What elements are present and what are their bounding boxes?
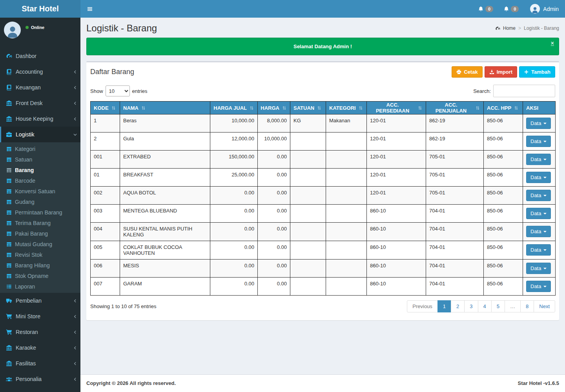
cell-acc-penjualan: 705-01 — [426, 151, 484, 169]
bank-icon — [6, 360, 12, 367]
data-dropdown-button[interactable]: Data — [526, 208, 551, 219]
data-dropdown-button[interactable]: Data — [526, 154, 551, 165]
cell-kode: 005 — [91, 241, 120, 260]
sidebar-item-front-desk[interactable]: Front Desk — [0, 95, 80, 111]
sidebar-item-fasilitas[interactable]: Fasilitas — [0, 356, 80, 371]
column-header-kode[interactable]: KODE — [91, 102, 120, 114]
data-dropdown-button[interactable]: Data — [526, 190, 551, 201]
data-button-label: Data — [530, 229, 541, 234]
page-button-3[interactable]: 3 — [464, 300, 478, 312]
cell-nama: BREAKFAST — [120, 169, 210, 187]
page-button-5[interactable]: 5 — [491, 300, 505, 312]
sidebar-subitem-label: Stok Opname — [15, 273, 49, 279]
sidebar-item-parkir[interactable]: Parkir — [0, 387, 80, 392]
cell-kategori — [326, 187, 367, 205]
tambah-button[interactable]: Tambah — [519, 66, 555, 78]
sidebar-item-accounting[interactable]: Accounting — [0, 64, 80, 80]
sidebar-item-personalia[interactable]: Personalia — [0, 371, 80, 387]
table-row: 007GARAM0.000.00860-10704-01850-06Data — [91, 278, 556, 296]
data-button-label: Data — [530, 120, 541, 126]
chevron-left-icon — [73, 361, 77, 366]
data-dropdown-button[interactable]: Data — [526, 118, 551, 129]
data-dropdown-button[interactable]: Data — [526, 281, 551, 292]
breadcrumb-home[interactable]: Home — [503, 25, 516, 31]
sidebar-item-logistik[interactable]: Logistik — [0, 127, 80, 142]
caret-down-icon — [543, 286, 547, 287]
cell-acc-penjualan: 704-01 — [426, 223, 484, 241]
sidebar-subitem-laporan[interactable]: Laporan — [0, 281, 80, 292]
app-logo[interactable]: Star Hotel — [0, 0, 80, 18]
cell-harga-jual: 25,000.00 — [210, 169, 258, 187]
cell-harga-jual: 10,000.00 — [210, 114, 258, 132]
barang-table: KODENAMAHARGA JUALHARGASATUANKATEGORIACC… — [90, 101, 556, 296]
search-label: Search: — [473, 88, 491, 94]
box-title: Daftar Barang — [90, 68, 134, 76]
page-button-next[interactable]: Next — [534, 300, 555, 312]
page-button-4[interactable]: 4 — [478, 300, 492, 312]
sidebar-item-pembelian[interactable]: Pembelian — [0, 293, 80, 309]
cell-kategori — [326, 151, 367, 169]
notifications-button-1[interactable]: 0 — [473, 0, 498, 18]
sidebar-subitem-pakai-barang[interactable]: Pakai Barang — [0, 228, 80, 239]
column-header-satuan[interactable]: SATUAN — [290, 102, 326, 114]
column-header-acc-persediaan[interactable]: ACC. PERSEDIAAN — [367, 102, 426, 114]
cell-satuan — [290, 205, 326, 223]
data-dropdown-button[interactable]: Data — [526, 226, 551, 237]
cell-nama: GARAM — [120, 278, 210, 296]
sidebar-item-dashbor[interactable]: Dashbor — [0, 48, 80, 64]
data-dropdown-button[interactable]: Data — [526, 136, 551, 147]
alert-close-button[interactable]: × — [551, 40, 554, 46]
column-header-acc-penjualan[interactable]: ACC. PENJUALAN — [426, 102, 484, 114]
cart-icon — [6, 313, 12, 319]
data-dropdown-button[interactable]: Data — [526, 172, 551, 183]
column-header-nama[interactable]: NAMA — [120, 102, 210, 114]
import-icon — [489, 69, 494, 74]
sidebar-subitem-gudang[interactable]: Gudang — [0, 196, 80, 207]
user-panel: Online — [0, 18, 80, 42]
cell-harga: 0.00 — [258, 169, 290, 187]
cell-aksi: Data — [523, 260, 556, 278]
sidebar-subitem-barcode[interactable]: Barcode — [0, 175, 80, 186]
column-header-harga[interactable]: HARGA — [258, 102, 290, 114]
breadcrumb-separator: > — [518, 25, 521, 31]
sidebar-item-mini-store[interactable]: Mini Store — [0, 309, 80, 324]
notifications-button-2[interactable]: 0 — [498, 0, 524, 18]
sidebar-subitem-konversi-satuan[interactable]: Konversi Satuan — [0, 186, 80, 196]
cell-aksi: Data — [523, 278, 556, 296]
sidebar-item-keuangan[interactable]: Keuangan — [0, 80, 80, 95]
sidebar-subitem-mutasi-gudang[interactable]: Mutasi Gudang — [0, 239, 80, 249]
sidebar-subitem-terima-barang[interactable]: Terima Barang — [0, 218, 80, 228]
cell-kategori: Makanan — [326, 114, 367, 132]
table-icon — [6, 273, 12, 279]
sidebar-item-restoran[interactable]: Restoran — [0, 324, 80, 340]
cell-kode: 002 — [91, 187, 120, 205]
sidebar-subitem-revisi-stok[interactable]: Revisi Stok — [0, 249, 80, 260]
import-button[interactable]: Import — [485, 66, 517, 78]
sidebar-subitem-stok-opname[interactable]: Stok Opname — [0, 270, 80, 281]
table-body: 1Beras10,000.008,000.00KGMakanan120-0186… — [91, 114, 556, 296]
column-header-harga-jual[interactable]: HARGA JUAL — [210, 102, 258, 114]
sidebar-item-house-keeping[interactable]: House Keeping — [0, 111, 80, 127]
page-button-1[interactable]: 1 — [437, 300, 451, 312]
page-length-select[interactable]: 10 — [106, 85, 130, 96]
book-icon — [6, 84, 12, 91]
sidebar-subitem-permintaan-barang[interactable]: Permintaan Barang — [0, 207, 80, 218]
data-dropdown-button[interactable]: Data — [526, 244, 551, 256]
column-header-kategori[interactable]: KATEGORI — [326, 102, 367, 114]
cell-aksi: Data — [523, 169, 556, 187]
user-menu-button[interactable]: Admin — [524, 0, 565, 18]
sidebar-item-karaoke[interactable]: Karaoke — [0, 340, 80, 356]
sidebar-toggle-button[interactable] — [80, 0, 99, 18]
column-header-acc-hpp[interactable]: ACC. HPP — [484, 102, 523, 114]
sidebar-subitem-kategori[interactable]: Kategori — [0, 143, 80, 154]
sidebar-subitem-barang-hilang[interactable]: Barang Hilang — [0, 260, 80, 270]
data-dropdown-button[interactable]: Data — [526, 263, 551, 274]
cell-acc-persediaan: 860-10 — [367, 278, 426, 296]
sidebar-subitem-barang[interactable]: Barang — [0, 165, 80, 175]
sidebar-subitem-satuan[interactable]: Satuan — [0, 154, 80, 165]
page-button-2[interactable]: 2 — [451, 300, 465, 312]
cell-harga: 0.00 — [258, 151, 290, 169]
search-input[interactable] — [493, 85, 555, 97]
cetak-button[interactable]: Cetak — [452, 66, 482, 78]
page-button-8[interactable]: 8 — [520, 300, 534, 312]
